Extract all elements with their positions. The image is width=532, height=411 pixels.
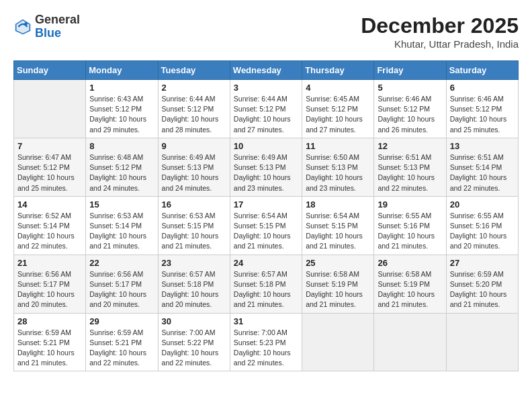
header-row: SundayMondayTuesdayWednesdayThursdayFrid…: [14, 61, 519, 80]
day-cell: 29Sunrise: 6:59 AM Sunset: 5:21 PM Dayli…: [86, 313, 158, 371]
header-cell-monday: Monday: [86, 61, 158, 80]
day-cell: 2Sunrise: 6:44 AM Sunset: 5:12 PM Daylig…: [158, 80, 230, 138]
day-info: Sunrise: 6:47 AM Sunset: 5:12 PM Dayligh…: [17, 152, 82, 193]
day-number: 23: [162, 258, 226, 268]
day-number: 11: [306, 141, 370, 151]
day-number: 31: [234, 316, 298, 326]
header-cell-wednesday: Wednesday: [230, 61, 302, 80]
day-number: 30: [162, 316, 226, 326]
day-number: 28: [17, 316, 82, 326]
day-cell: 1Sunrise: 6:43 AM Sunset: 5:12 PM Daylig…: [86, 80, 158, 138]
day-number: 1: [89, 83, 154, 93]
day-info: Sunrise: 6:55 AM Sunset: 5:16 PM Dayligh…: [378, 211, 442, 252]
day-number: 9: [162, 141, 226, 151]
day-number: 18: [306, 199, 370, 210]
day-info: Sunrise: 6:52 AM Sunset: 5:14 PM Dayligh…: [17, 211, 82, 252]
day-cell: 27Sunrise: 6:59 AM Sunset: 5:20 PM Dayli…: [446, 255, 518, 313]
day-info: Sunrise: 6:50 AM Sunset: 5:13 PM Dayligh…: [306, 152, 370, 193]
day-cell: 18Sunrise: 6:54 AM Sunset: 5:15 PM Dayli…: [302, 196, 374, 255]
day-info: Sunrise: 7:00 AM Sunset: 5:23 PM Dayligh…: [234, 328, 298, 369]
week-row: 1Sunrise: 6:43 AM Sunset: 5:12 PM Daylig…: [14, 80, 519, 138]
day-number: 6: [450, 83, 515, 93]
calendar-body: 1Sunrise: 6:43 AM Sunset: 5:12 PM Daylig…: [14, 80, 519, 371]
day-cell: [446, 313, 518, 371]
day-info: Sunrise: 6:57 AM Sunset: 5:18 PM Dayligh…: [234, 269, 298, 310]
day-number: 13: [450, 141, 515, 151]
day-number: 20: [450, 199, 515, 210]
header-cell-saturday: Saturday: [446, 61, 518, 80]
day-number: 27: [450, 258, 515, 268]
page-header: General Blue December 2025 Khutar, Uttar…: [13, 13, 519, 50]
day-number: 19: [378, 199, 442, 210]
day-info: Sunrise: 6:53 AM Sunset: 5:15 PM Dayligh…: [162, 211, 226, 252]
day-number: 17: [234, 199, 298, 210]
day-number: 2: [162, 83, 226, 93]
day-cell: 13Sunrise: 6:51 AM Sunset: 5:14 PM Dayli…: [446, 138, 518, 196]
day-cell: 21Sunrise: 6:56 AM Sunset: 5:17 PM Dayli…: [14, 255, 86, 313]
day-cell: [374, 313, 446, 371]
day-cell: 28Sunrise: 6:59 AM Sunset: 5:21 PM Dayli…: [14, 313, 86, 371]
svg-point-2: [24, 22, 28, 26]
day-cell: 7Sunrise: 6:47 AM Sunset: 5:12 PM Daylig…: [14, 138, 86, 196]
day-cell: [302, 313, 374, 371]
day-cell: 14Sunrise: 6:52 AM Sunset: 5:14 PM Dayli…: [14, 196, 86, 255]
day-number: 5: [378, 83, 442, 93]
day-cell: 25Sunrise: 6:58 AM Sunset: 5:19 PM Dayli…: [302, 255, 374, 313]
day-info: Sunrise: 6:59 AM Sunset: 5:20 PM Dayligh…: [450, 269, 515, 310]
day-number: 4: [306, 83, 370, 93]
day-number: 24: [234, 258, 298, 268]
day-number: 10: [234, 141, 298, 151]
day-cell: 11Sunrise: 6:50 AM Sunset: 5:13 PM Dayli…: [302, 138, 374, 196]
day-number: 8: [89, 141, 154, 151]
day-info: Sunrise: 6:44 AM Sunset: 5:12 PM Dayligh…: [234, 94, 298, 135]
day-info: Sunrise: 7:00 AM Sunset: 5:22 PM Dayligh…: [162, 328, 226, 369]
day-info: Sunrise: 6:49 AM Sunset: 5:13 PM Dayligh…: [162, 152, 226, 193]
logo: General Blue: [13, 13, 80, 40]
day-info: Sunrise: 6:43 AM Sunset: 5:12 PM Dayligh…: [89, 94, 154, 135]
day-number: 26: [378, 258, 442, 268]
location: Khutar, Uttar Pradesh, India: [361, 38, 519, 50]
day-number: 22: [89, 258, 154, 268]
day-cell: 4Sunrise: 6:45 AM Sunset: 5:12 PM Daylig…: [302, 80, 374, 138]
title-section: December 2025 Khutar, Uttar Pradesh, Ind…: [361, 13, 519, 50]
logo-icon: [13, 17, 32, 36]
day-cell: 12Sunrise: 6:51 AM Sunset: 5:13 PM Dayli…: [374, 138, 446, 196]
header-cell-sunday: Sunday: [14, 61, 86, 80]
day-info: Sunrise: 6:59 AM Sunset: 5:21 PM Dayligh…: [17, 328, 82, 369]
day-number: 25: [306, 258, 370, 268]
week-row: 28Sunrise: 6:59 AM Sunset: 5:21 PM Dayli…: [14, 313, 519, 371]
day-cell: 20Sunrise: 6:55 AM Sunset: 5:16 PM Dayli…: [446, 196, 518, 255]
day-number: 21: [17, 258, 82, 268]
day-cell: 17Sunrise: 6:54 AM Sunset: 5:15 PM Dayli…: [230, 196, 302, 255]
day-cell: 31Sunrise: 7:00 AM Sunset: 5:23 PM Dayli…: [230, 313, 302, 371]
day-info: Sunrise: 6:55 AM Sunset: 5:16 PM Dayligh…: [450, 211, 515, 252]
day-cell: 19Sunrise: 6:55 AM Sunset: 5:16 PM Dayli…: [374, 196, 446, 255]
day-info: Sunrise: 6:54 AM Sunset: 5:15 PM Dayligh…: [234, 211, 298, 252]
day-info: Sunrise: 6:54 AM Sunset: 5:15 PM Dayligh…: [306, 211, 370, 252]
month-title: December 2025: [361, 13, 519, 38]
day-cell: 10Sunrise: 6:49 AM Sunset: 5:13 PM Dayli…: [230, 138, 302, 196]
day-info: Sunrise: 6:46 AM Sunset: 5:12 PM Dayligh…: [378, 94, 442, 135]
day-info: Sunrise: 6:57 AM Sunset: 5:18 PM Dayligh…: [162, 269, 226, 310]
day-info: Sunrise: 6:45 AM Sunset: 5:12 PM Dayligh…: [306, 94, 370, 135]
day-info: Sunrise: 6:51 AM Sunset: 5:13 PM Dayligh…: [378, 152, 442, 193]
day-cell: 9Sunrise: 6:49 AM Sunset: 5:13 PM Daylig…: [158, 138, 230, 196]
day-number: 14: [17, 199, 82, 210]
day-number: 15: [89, 199, 154, 210]
day-cell: 5Sunrise: 6:46 AM Sunset: 5:12 PM Daylig…: [374, 80, 446, 138]
day-cell: 16Sunrise: 6:53 AM Sunset: 5:15 PM Dayli…: [158, 196, 230, 255]
day-number: 29: [89, 316, 154, 326]
week-row: 21Sunrise: 6:56 AM Sunset: 5:17 PM Dayli…: [14, 255, 519, 313]
day-info: Sunrise: 6:58 AM Sunset: 5:19 PM Dayligh…: [306, 269, 370, 310]
day-info: Sunrise: 6:48 AM Sunset: 5:12 PM Dayligh…: [89, 152, 154, 193]
day-cell: 26Sunrise: 6:58 AM Sunset: 5:19 PM Dayli…: [374, 255, 446, 313]
day-number: 12: [378, 141, 442, 151]
header-cell-thursday: Thursday: [302, 61, 374, 80]
week-row: 14Sunrise: 6:52 AM Sunset: 5:14 PM Dayli…: [14, 196, 519, 255]
week-row: 7Sunrise: 6:47 AM Sunset: 5:12 PM Daylig…: [14, 138, 519, 196]
day-number: 3: [234, 83, 298, 93]
day-info: Sunrise: 6:59 AM Sunset: 5:21 PM Dayligh…: [89, 328, 154, 369]
day-cell: [14, 80, 86, 138]
day-cell: 30Sunrise: 7:00 AM Sunset: 5:22 PM Dayli…: [158, 313, 230, 371]
day-cell: 23Sunrise: 6:57 AM Sunset: 5:18 PM Dayli…: [158, 255, 230, 313]
